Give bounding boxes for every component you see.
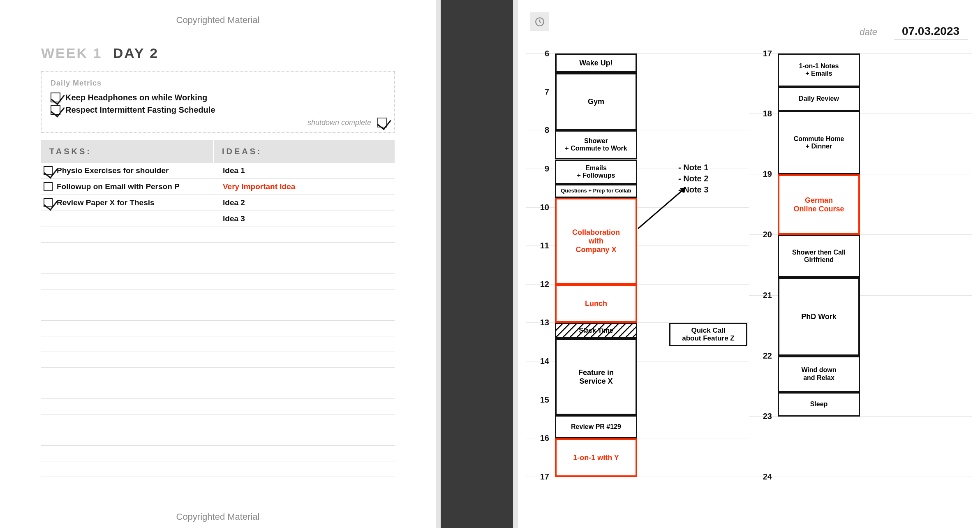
task-cell bbox=[41, 446, 214, 461]
task-checkbox[interactable] bbox=[44, 182, 53, 191]
shutdown-label: shutdown complete bbox=[307, 118, 371, 127]
date-label: date bbox=[860, 27, 877, 37]
table-row bbox=[41, 258, 395, 274]
table-row bbox=[41, 446, 395, 461]
task-cell bbox=[41, 243, 214, 258]
hour-label: 13 bbox=[525, 318, 549, 327]
task-cell bbox=[41, 274, 214, 289]
hour-label: 15 bbox=[525, 395, 549, 405]
metric-line: Keep Headphones on while Working bbox=[51, 93, 385, 102]
table-row bbox=[41, 305, 395, 321]
time-block-label: Gym bbox=[588, 97, 604, 106]
hour-label: 22 bbox=[747, 351, 772, 361]
time-block-label: 1-on-1 with Y bbox=[573, 454, 619, 462]
table-row bbox=[41, 415, 395, 430]
time-block: 1-on-1 with Y bbox=[555, 438, 637, 477]
task-cell bbox=[41, 368, 214, 383]
time-block: Review PR #129 bbox=[555, 415, 637, 438]
table-row bbox=[41, 352, 395, 368]
task-checkbox[interactable] bbox=[44, 166, 53, 175]
idea-cell: Idea 2 bbox=[214, 195, 395, 211]
hour-label: 6 bbox=[525, 49, 549, 58]
tasks-ideas-rows: Physio Exercises for shoulderIdea 1Follo… bbox=[41, 163, 395, 477]
task-cell bbox=[41, 399, 214, 414]
note-item: - Note 3 bbox=[678, 184, 708, 195]
table-row bbox=[41, 430, 395, 446]
time-block-label: 1-on-1 Notes+ Emails bbox=[799, 63, 839, 78]
table-row bbox=[41, 227, 395, 243]
time-block-label: CollaborationwithCompany X bbox=[572, 228, 620, 254]
table-row: Review Paper X for ThesisIdea 2 bbox=[41, 195, 395, 211]
time-block: Daily Review bbox=[778, 87, 860, 111]
side-block: Quick Callabout Feature Z bbox=[669, 323, 747, 346]
idea-cell bbox=[214, 415, 395, 430]
clock-icon bbox=[530, 12, 549, 31]
time-block: Shower+ Commute to Work bbox=[555, 130, 637, 159]
idea-cell bbox=[214, 305, 395, 320]
idea-cell bbox=[214, 383, 395, 398]
idea-cell bbox=[214, 274, 395, 289]
note-item: - Note 1 bbox=[678, 162, 708, 173]
hour-label: 19 bbox=[747, 169, 772, 179]
hour-label: 16 bbox=[525, 433, 549, 443]
task-cell bbox=[41, 258, 214, 273]
planner-column-1: 67891011121314151617Wake Up!GymShower+ C… bbox=[526, 53, 749, 481]
task-cell bbox=[41, 211, 214, 227]
shutdown-complete: shutdown complete bbox=[307, 118, 387, 127]
idea-cell bbox=[214, 227, 395, 242]
hour-label: 20 bbox=[747, 230, 772, 239]
metric-label: Respect Intermittent Fasting Schedule bbox=[65, 105, 215, 115]
shutdown-checkbox[interactable] bbox=[377, 118, 387, 127]
task-checkbox[interactable] bbox=[44, 198, 53, 207]
hour-label: 9 bbox=[525, 164, 549, 174]
hour-label: 23 bbox=[747, 412, 772, 421]
task-text: Review Paper X for Thesis bbox=[57, 198, 155, 207]
page-divider bbox=[436, 0, 518, 528]
copyright-bottom: Copyrighted Material bbox=[0, 512, 436, 522]
task-cell bbox=[41, 430, 214, 445]
planner-left-page: Copyrighted Material WEEK 1 DAY 2 Daily … bbox=[0, 0, 436, 528]
task-cell: Physio Exercises for shoulder bbox=[41, 163, 214, 178]
time-block: Wake Up! bbox=[555, 53, 637, 73]
idea-cell bbox=[214, 289, 395, 305]
idea-cell: Very Important Idea bbox=[214, 179, 395, 195]
task-cell bbox=[41, 305, 214, 320]
time-block-label: Questions + Prep for Collab bbox=[561, 188, 631, 194]
idea-cell bbox=[214, 399, 395, 414]
time-block: Lunch bbox=[555, 285, 637, 323]
task-text: Followup on Email with Person P bbox=[57, 182, 180, 191]
time-block-label: GermanOnline Course bbox=[793, 196, 844, 213]
date-value: 07.03.2023 bbox=[894, 25, 968, 40]
hour-label: 24 bbox=[747, 472, 772, 482]
day-label: DAY 2 bbox=[113, 45, 159, 61]
note-item: - Note 2 bbox=[678, 173, 708, 184]
time-planner: 67891011121314151617Wake Up!GymShower+ C… bbox=[526, 53, 972, 481]
week-day-heading: WEEK 1 DAY 2 bbox=[41, 45, 395, 61]
notes-list: - Note 1- Note 2- Note 3 bbox=[678, 162, 708, 195]
copyright-top: Copyrighted Material bbox=[0, 15, 436, 25]
time-block-label: Shower+ Commute to Work bbox=[565, 137, 627, 153]
time-block: GermanOnline Course bbox=[778, 174, 860, 235]
idea-cell bbox=[214, 461, 395, 477]
time-block-label: Commute Home+ Dinner bbox=[794, 135, 844, 151]
time-block: Gym bbox=[555, 73, 637, 130]
time-block: 1-on-1 Notes+ Emails bbox=[778, 53, 860, 87]
hour-label: 14 bbox=[525, 357, 549, 366]
idea-cell bbox=[214, 430, 395, 445]
metric-checkbox[interactable] bbox=[51, 93, 60, 102]
time-block-label: Shower then CallGirlfriend bbox=[792, 249, 846, 264]
metric-checkbox[interactable] bbox=[51, 105, 60, 115]
time-block: Wind downand Relax bbox=[778, 356, 860, 392]
hour-label: 21 bbox=[747, 291, 772, 300]
task-text: Physio Exercises for shoulder bbox=[57, 166, 169, 175]
table-row bbox=[41, 368, 395, 383]
time-block-label: Sleep bbox=[810, 401, 828, 408]
idea-cell: Idea 3 bbox=[214, 211, 395, 227]
task-cell: Followup on Email with Person P bbox=[41, 179, 214, 195]
planner-column-2: 17181920212223241-on-1 Notes+ EmailsDail… bbox=[749, 53, 972, 481]
hour-label: 18 bbox=[747, 109, 772, 118]
table-row: Physio Exercises for shoulderIdea 1 bbox=[41, 163, 395, 179]
time-block: Shower then CallGirlfriend bbox=[778, 235, 860, 277]
task-cell bbox=[41, 352, 214, 367]
time-block-label: Feature inService X bbox=[578, 368, 614, 385]
